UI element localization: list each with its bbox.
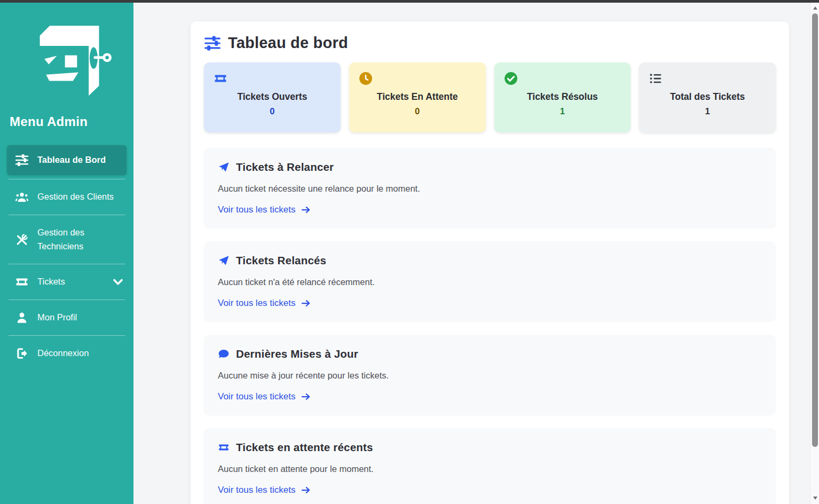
stat-label: Total des Tickets — [649, 91, 766, 103]
sidebar-item-tickets[interactable]: Tickets — [0, 268, 133, 296]
link-label: Voir tous les tickets — [218, 298, 296, 309]
section-title: Dernières Mises à Jour — [236, 348, 358, 360]
section-title: Tickets Relancés — [236, 254, 326, 267]
section-dernieres-mises-a-jour: Dernières Mises à JourAucune mise à jour… — [204, 335, 776, 415]
stat-label: Tickets Résolus — [504, 91, 621, 103]
stat-label: Tickets En Attente — [359, 91, 476, 103]
sidebar-item-gestion-des-techniciens[interactable]: Gestion des Techniciens — [0, 219, 133, 260]
main-content: Tableau de bord Tickets Ouverts0Tickets … — [133, 0, 810, 504]
user-icon — [15, 311, 29, 325]
scroll-down-button[interactable] — [810, 493, 819, 502]
robot-face-key-logo — [22, 20, 112, 99]
sidebar-divider — [9, 335, 125, 336]
stat-value: 0 — [359, 106, 476, 116]
ticket-icon — [214, 72, 227, 85]
sidebar-title: Menu Admin — [0, 114, 133, 129]
sign-out-icon — [15, 346, 29, 360]
page-title: Tableau de bord — [228, 34, 348, 52]
sidebar-item-label: Déconnexion — [37, 346, 89, 360]
section-message: Aucun ticket n'a été relancé récemment. — [218, 277, 762, 287]
link-label: Voir tous les tickets — [218, 485, 296, 495]
sidebar-item-tableau-de-bord[interactable]: Tableau de Bord — [7, 145, 127, 175]
ticket-icon — [15, 275, 29, 289]
sliders-icon — [15, 153, 29, 167]
sidebar-divider — [9, 179, 125, 179]
list-icon — [649, 72, 663, 85]
section-header: Tickets Relancés — [218, 254, 762, 267]
comment-icon — [218, 348, 230, 360]
sliders-icon — [204, 35, 221, 52]
stat-label: Tickets Ouverts — [214, 91, 331, 103]
section-tickets-en-attente-recents: Tickets en attente récentsAucun ticket e… — [204, 428, 776, 504]
section-header: Tickets à Relancer — [218, 161, 762, 174]
section-message: Aucune mise à jour récente pour les tick… — [218, 371, 762, 381]
section-header: Dernières Mises à Jour — [218, 348, 762, 360]
clock-icon — [359, 72, 373, 85]
scroll-up-button[interactable] — [810, 3, 819, 12]
sidebar-item-label: Tickets — [37, 275, 65, 289]
app-logo — [0, 20, 133, 99]
arrow-right-icon — [301, 298, 311, 309]
ticket-icon — [218, 442, 230, 453]
section-title: Tickets à Relancer — [236, 161, 334, 174]
sidebar-item-label: Gestion des Clients — [37, 190, 114, 204]
stat-card-total-des-tickets: Total des Tickets1 — [639, 62, 776, 132]
section-message: Aucun ticket nécessite une relance pour … — [218, 184, 762, 194]
sidebar-divider — [9, 300, 125, 300]
check-circle-icon — [504, 72, 518, 85]
scroll-up-icon — [813, 6, 817, 10]
window-top-edge — [0, 0, 819, 3]
stats-row: Tickets Ouverts0Tickets En Attente0Ticke… — [204, 62, 776, 132]
scroll-down-icon — [813, 497, 817, 500]
sidebar-item-label: Gestion des Techniciens — [37, 226, 117, 253]
section-header: Tickets en attente récents — [218, 441, 762, 454]
sidebar-item-gestion-des-clients[interactable]: Gestion des Clients — [0, 183, 133, 211]
paper-plane-icon — [218, 161, 230, 173]
arrow-right-icon — [301, 485, 311, 495]
chevron-down-icon — [111, 275, 125, 289]
voir-tous-les-tickets-link[interactable]: Voir tous les tickets — [218, 298, 311, 309]
scrollbar-track[interactable] — [810, 0, 819, 504]
page-header: Tableau de bord — [204, 34, 776, 52]
sections-list: Tickets à RelancerAucun ticket nécessite… — [204, 148, 776, 504]
stat-card-tickets-en-attente: Tickets En Attente0 — [349, 62, 486, 132]
scrollbar-thumb[interactable] — [812, 13, 818, 447]
link-label: Voir tous les tickets — [218, 204, 296, 215]
tools-icon — [15, 233, 29, 247]
section-tickets-relances: Tickets RelancésAucun ticket n'a été rel… — [204, 241, 776, 321]
section-message: Aucun ticket en attente pour le moment. — [218, 464, 762, 474]
section-title: Tickets en attente récents — [236, 441, 373, 454]
sidebar-item-deconnexion[interactable]: Déconnexion — [0, 340, 133, 367]
arrow-right-icon — [301, 204, 311, 215]
stat-value: 1 — [649, 106, 766, 116]
paper-plane-icon — [218, 255, 230, 266]
link-label: Voir tous les tickets — [218, 391, 296, 402]
dashboard-card: Tableau de bord Tickets Ouverts0Tickets … — [191, 21, 789, 504]
sidebar-item-label: Mon Profil — [37, 311, 77, 325]
stat-card-tickets-ouverts: Tickets Ouverts0 — [204, 62, 341, 132]
sidebar-divider — [9, 264, 125, 264]
sidebar: Menu Admin Tableau de BordGestion des Cl… — [0, 0, 133, 504]
voir-tous-les-tickets-link[interactable]: Voir tous les tickets — [218, 485, 311, 495]
arrow-right-icon — [301, 391, 311, 402]
stat-value: 0 — [214, 106, 331, 116]
sidebar-nav: Tableau de BordGestion des ClientsGestio… — [0, 145, 133, 367]
section-tickets-a-relancer: Tickets à RelancerAucun ticket nécessite… — [204, 148, 776, 228]
voir-tous-les-tickets-link[interactable]: Voir tous les tickets — [218, 391, 311, 402]
voir-tous-les-tickets-link[interactable]: Voir tous les tickets — [218, 204, 311, 215]
stat-card-tickets-resolus: Tickets Résolus1 — [494, 62, 631, 132]
sidebar-item-label: Tableau de Bord — [37, 153, 106, 167]
users-icon — [15, 190, 29, 204]
stat-value: 1 — [504, 106, 621, 116]
sidebar-item-mon-profil[interactable]: Mon Profil — [0, 304, 133, 332]
sidebar-divider — [9, 215, 125, 215]
